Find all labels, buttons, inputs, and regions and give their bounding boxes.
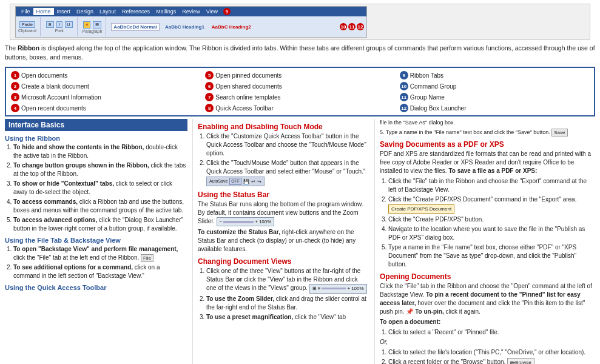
align-btn[interactable]: ≡	[83, 21, 90, 29]
pdf-step-1: Click the "File" tab in the Ribbon and c…	[388, 177, 595, 194]
legend-item-1: 1 Open documents	[11, 70, 200, 80]
legend-label-4: Open recent documents	[21, 105, 86, 112]
style-heading2[interactable]: AaBbC Heading2	[210, 24, 253, 30]
ribbon-step-4: To access commands, click a Ribbon tab a…	[13, 198, 187, 215]
center-column: Enabling and Disabling Touch Mode Click …	[193, 119, 375, 364]
legend-item-8: 8 Quick Access Toolbar	[205, 103, 394, 113]
toolbar-autosave: AutoSave	[209, 178, 228, 184]
intro-paragraph: The Ribbon is displayed along the top of…	[0, 42, 600, 64]
saving-pdf-title: Saving Documents as a PDF or XPS	[380, 140, 595, 149]
callout-11: 11	[348, 23, 356, 30]
toolbar-btn-off[interactable]: OFF	[229, 178, 241, 185]
saving-pdf-steps: Click the "File" tab in the Ribbon and c…	[380, 177, 595, 269]
using-ribbon-title: Using the Ribbon	[5, 135, 187, 142]
bold-btn[interactable]: B	[46, 21, 54, 28]
quick-access-title: Using the Quick Access Toolbar	[5, 284, 187, 291]
ribbon-tab-view[interactable]: View	[203, 8, 221, 15]
legend-label-2: Create a blank document	[21, 83, 89, 90]
file-tab-step-1-text: To open "Backstage View" and perform fil…	[13, 246, 178, 261]
touch-step-1-text: Click the "Customize Quick Access Toolba…	[206, 133, 366, 157]
or-label: Or,	[380, 338, 595, 346]
legend-item-11: 11 Group Name	[400, 92, 589, 102]
style-heading1[interactable]: AaBbC Heading1	[163, 24, 206, 30]
legend-item-5: 5 Open pinned documents	[205, 70, 394, 80]
legend-item-9: 9 Ribbon Tabs	[400, 70, 589, 80]
open-step-b2: Click a recent folder or the "Browse" bu…	[388, 358, 595, 364]
legend-label-11: Group Name	[410, 94, 445, 101]
pdf-step-5-text: Type a name in the "File name" text box,…	[388, 244, 576, 268]
zoom-track	[223, 221, 254, 223]
badge-7: 7	[205, 93, 214, 101]
touch-step-2-text: Click the "Touch/Mouse Mode" button that…	[206, 160, 365, 184]
ribbon-mock: File Home Insert Design Layout Reference…	[15, 6, 367, 38]
ribbon-group-font: B I U Font	[46, 17, 78, 36]
badge-9: 9	[400, 71, 408, 79]
save-btn[interactable]: Save	[551, 129, 567, 136]
open-doc-steps-b: Click to select the file's location ("Th…	[380, 348, 595, 364]
open-step-b1-text: Click to select the file's location ("Th…	[388, 349, 585, 356]
views-step-1-text: Click one of the three "View" buttons at…	[206, 268, 367, 291]
open-doc-label: To open a document:	[380, 318, 595, 326]
interface-basics-header: Interface Basics	[5, 119, 187, 131]
style-buttons: AaBbCcDd Normal AaBbC Heading1 AaBbC Hea…	[111, 23, 252, 31]
style-normal[interactable]: AaBbCcDd Normal	[111, 23, 160, 31]
legend-label-9: Ribbon Tabs	[410, 72, 443, 79]
touch-mode-bar: AutoSave OFF 💾 ↩ ↪	[206, 177, 265, 186]
status-bar-customize: To customize the Status Bar, right-click…	[198, 228, 369, 254]
ribbon-group-clipboard: Paste Clipboard	[18, 17, 41, 36]
ribbon-tabs-row: File Home Insert Design Layout Reference…	[16, 7, 366, 16]
opening-docs-desc: Click the "File" tab in the Ribbon and c…	[380, 282, 595, 316]
ribbon-step-1: To hide and show the contents in the Rib…	[13, 143, 187, 160]
view-zoom-plus[interactable]: +	[347, 285, 350, 292]
zoom-slider-mock: − + 100%	[217, 217, 275, 226]
ribbon-right-controls: 10 11 12	[340, 23, 364, 30]
ribbon-commands-row: Paste Clipboard B I U Font ≡ ☰	[16, 16, 366, 37]
touch-mode-list: Click the "Customize Quick Access Toolba…	[198, 132, 369, 187]
list-btn[interactable]: ☰	[93, 21, 101, 29]
paste-btn[interactable]: Paste	[19, 21, 35, 28]
ribbon-tab-layout[interactable]: Layout	[96, 8, 119, 15]
open-step-b2-text: Click a recent folder or the "Browse" bu…	[388, 359, 534, 364]
ribbon-tab-references[interactable]: References	[119, 8, 153, 15]
underline-btn[interactable]: U	[65, 21, 73, 28]
badge-11: 11	[400, 93, 408, 101]
views-step-3-text: To use a preset magnification, click the…	[206, 314, 346, 320]
touch-step-1: Click the "Customize Quick Access Toolba…	[206, 132, 369, 158]
legend-box: 1 Open documents 5 Open pinned documents…	[5, 67, 595, 116]
zoom-minus[interactable]: −	[220, 218, 223, 225]
browse-btn[interactable]: 🗁 Browse	[507, 358, 534, 364]
create-pdf-btn[interactable]: Create PDF/XPS Document	[388, 204, 454, 214]
view-btn-2[interactable]: ≡	[318, 285, 321, 292]
pdf-step-4: Navigate to the location where you want …	[388, 225, 595, 242]
intro-text: The Ribbon is displayed along the top of…	[5, 44, 595, 61]
legend-label-7: Search online templates	[215, 94, 280, 101]
status-bar-desc: The Status Bar runs along the bottom of …	[198, 200, 369, 226]
main-content: Interface Basics Using the Ribbon To hid…	[0, 119, 600, 364]
legend-item-3: 3 Microsoft Account Information	[11, 92, 200, 102]
badge-6: 6	[205, 82, 214, 90]
ribbon-step-5-text: To access advanced options, click the "D…	[13, 217, 183, 232]
view-btn-1[interactable]: ⊞	[312, 285, 317, 292]
open-step-a1: Click to select a "Recent" or "Pinned" f…	[388, 328, 595, 337]
legend-label-8: Quick Access Toolbar	[215, 105, 273, 112]
views-step-2-text: To use the Zoom Slider, click and drag t…	[206, 295, 366, 311]
legend-item-7: 7 Search online templates	[205, 92, 394, 102]
legend-item-12: 12 Dialog Box Launcher	[400, 103, 589, 113]
opening-docs-title: Opening Documents	[380, 272, 595, 281]
legend-label-3: Microsoft Account Information	[21, 94, 101, 101]
ribbon-group-paragraph: ≡ ☰ Paragraph	[83, 17, 107, 36]
touch-mode-title: Enabling and Disabling Touch Mode	[198, 123, 369, 131]
ribbon-tab-design[interactable]: Design	[73, 8, 96, 15]
file-inline-btn[interactable]: File	[141, 254, 153, 262]
ribbon-tab-file[interactable]: File	[18, 8, 33, 15]
pdf-step-4-text: Navigate to the location where you want …	[388, 226, 585, 241]
ribbon-tab-review[interactable]: Review	[179, 8, 203, 15]
ribbon-tab-mailings[interactable]: Mailings	[153, 8, 179, 15]
italic-btn[interactable]: I	[56, 21, 62, 28]
ribbon-tab-insert[interactable]: Insert	[54, 8, 74, 15]
ribbon-tab-home[interactable]: Home	[33, 8, 54, 15]
file-tab-list: To open "Backstage View" and perform fil…	[5, 245, 187, 280]
legend-item-10: 10 Command Group	[400, 81, 589, 91]
open-step-a1-text: Click to select a "Recent" or "Pinned" f…	[388, 329, 499, 335]
zoom-plus[interactable]: +	[255, 218, 258, 225]
